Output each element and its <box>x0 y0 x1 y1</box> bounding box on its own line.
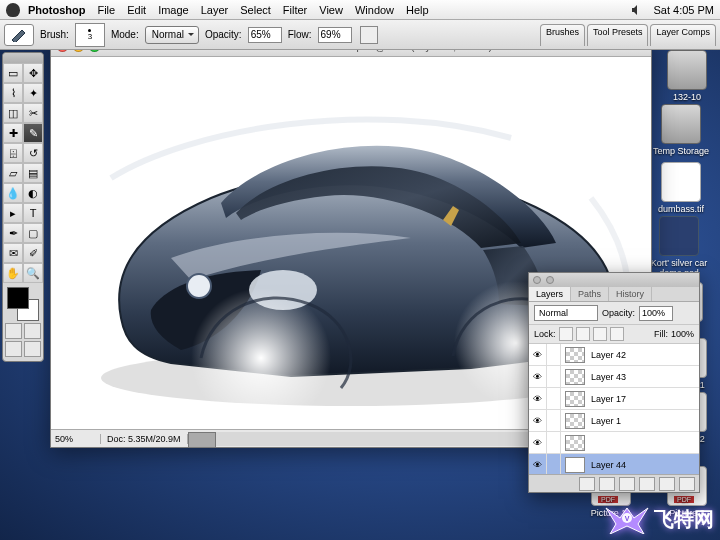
screenmode-standard-icon[interactable] <box>5 341 22 357</box>
layer-row[interactable]: 👁Layer 43 <box>529 366 699 388</box>
desktop-icon[interactable]: Kort' silver car demo.psd <box>648 216 710 278</box>
tool-crop[interactable]: ◫ <box>3 103 23 123</box>
options-bar: Brush: 3 Mode: Normal Opacity: 65% Flow:… <box>0 20 720 50</box>
layer-mask-icon[interactable] <box>599 477 615 491</box>
layer-blend-mode-dropdown[interactable]: Normal <box>534 305 598 321</box>
quickmask-icon[interactable] <box>24 323 41 339</box>
desktop-icon-label: 132-10 <box>656 92 718 102</box>
menu-view[interactable]: View <box>319 4 343 16</box>
layer-row[interactable]: 👁Layer 42 <box>529 344 699 366</box>
desktop-icon[interactable]: Temp Storage <box>650 104 712 156</box>
layer-opacity-field[interactable]: 100% <box>639 306 673 321</box>
hd-icon <box>661 104 701 144</box>
tool-stamp[interactable]: ⌹ <box>3 143 23 163</box>
tool-lasso[interactable]: ⌇ <box>3 83 23 103</box>
lock-all-icon[interactable] <box>610 327 624 341</box>
tool-brush[interactable]: ✎ <box>23 123 43 143</box>
toolbox-drag-handle[interactable] <box>3 53 43 63</box>
desktop-icon[interactable]: 132-10 <box>656 50 718 102</box>
tool-move[interactable]: ✥ <box>23 63 43 83</box>
desktop-icon[interactable]: dumbass.tif <box>650 162 712 214</box>
new-group-icon[interactable] <box>619 477 635 491</box>
tool-zoom[interactable]: 🔍 <box>23 263 43 283</box>
palette-tab-tool-presets[interactable]: Tool Presets <box>587 24 649 46</box>
visibility-icon[interactable]: 👁 <box>529 454 547 474</box>
tool-dodge[interactable]: ◐ <box>23 183 43 203</box>
lock-position-icon[interactable] <box>593 327 607 341</box>
palette-drag-handle[interactable] <box>529 273 699 287</box>
layer-opacity-label: Opacity: <box>602 308 635 318</box>
doc-size-readout[interactable]: Doc: 5.35M/20.9M <box>101 434 188 444</box>
tool-eyedrop[interactable]: ✐ <box>23 243 43 263</box>
visibility-icon[interactable]: 👁 <box>529 366 547 387</box>
menu-filter[interactable]: Filter <box>283 4 307 16</box>
new-layer-icon[interactable] <box>659 477 675 491</box>
desktop-icon-label: dumbass.tif <box>650 204 712 214</box>
app-menu[interactable]: Photoshop <box>28 4 85 16</box>
brush-label: Brush: <box>40 29 69 40</box>
visibility-icon[interactable]: 👁 <box>529 388 547 409</box>
toolbox: ▭ ✥ ⌇ ✦ ◫ ✂ ✚ ✎ ⌹ ↺ ▱ ▤ 💧 ◐ ▸ T ✒ ▢ ✉ ✐ … <box>2 52 44 362</box>
menu-select[interactable]: Select <box>240 4 271 16</box>
macos-menubar: Photoshop File Edit Image Layer Select F… <box>0 0 720 20</box>
lock-transparency-icon[interactable] <box>559 327 573 341</box>
menu-layer[interactable]: Layer <box>201 4 229 16</box>
palette-tab-paths[interactable]: Paths <box>571 287 609 301</box>
tool-heal[interactable]: ✚ <box>3 123 23 143</box>
layer-row[interactable]: 👁Layer 1 <box>529 410 699 432</box>
layer-row[interactable]: 👁 <box>529 432 699 454</box>
airbrush-icon[interactable] <box>360 26 378 44</box>
menu-edit[interactable]: Edit <box>127 4 146 16</box>
tool-pen[interactable]: ✒ <box>3 223 23 243</box>
visibility-icon[interactable]: 👁 <box>529 344 547 365</box>
layer-style-icon[interactable] <box>579 477 595 491</box>
palette-tab-history[interactable]: History <box>609 287 652 301</box>
flow-label: Flow: <box>288 29 312 40</box>
brush-preset-picker[interactable]: 3 <box>75 23 105 47</box>
adjustment-layer-icon[interactable] <box>639 477 655 491</box>
tool-wand[interactable]: ✦ <box>23 83 43 103</box>
tool-notes[interactable]: ✉ <box>3 243 23 263</box>
watermark: V 飞特网 <box>604 504 714 534</box>
standard-mode-icon[interactable] <box>5 323 22 339</box>
palette-tab-brushes[interactable]: Brushes <box>540 24 585 46</box>
delete-layer-icon[interactable] <box>679 477 695 491</box>
tool-eraser[interactable]: ▱ <box>3 163 23 183</box>
menu-help[interactable]: Help <box>406 4 429 16</box>
foreground-color[interactable] <box>7 287 29 309</box>
apple-menu-icon[interactable] <box>6 3 20 17</box>
tool-slice[interactable]: ✂ <box>23 103 43 123</box>
color-swatches[interactable] <box>7 287 39 321</box>
tool-gradient[interactable]: ▤ <box>23 163 43 183</box>
fill-field[interactable]: 100% <box>671 329 694 339</box>
screenmode-full-icon[interactable] <box>24 341 41 357</box>
palette-tab-layer-comps[interactable]: Layer Comps <box>650 24 716 46</box>
layers-palette: Layers Paths History Normal Opacity: 100… <box>528 272 700 493</box>
palette-tab-layers[interactable]: Layers <box>529 287 571 301</box>
tool-type[interactable]: T <box>23 203 43 223</box>
svg-text:V: V <box>625 515 630 522</box>
flow-field[interactable]: 69% <box>318 27 352 43</box>
tool-path[interactable]: ▸ <box>3 203 23 223</box>
zoom-field[interactable]: 50% <box>51 434 101 444</box>
layer-list: 👁Layer 42 👁Layer 43 👁Layer 17 👁Layer 1 👁… <box>529 344 699 474</box>
tool-history-brush[interactable]: ↺ <box>23 143 43 163</box>
menu-window[interactable]: Window <box>355 4 394 16</box>
menu-file[interactable]: File <box>97 4 115 16</box>
menubar-clock[interactable]: Sat 4:05 PM <box>653 4 714 16</box>
tool-shape[interactable]: ▢ <box>23 223 43 243</box>
layer-row[interactable]: 👁Layer 44 <box>529 454 699 474</box>
lock-pixels-icon[interactable] <box>576 327 590 341</box>
opacity-field[interactable]: 65% <box>248 27 282 43</box>
layer-row[interactable]: 👁Layer 17 <box>529 388 699 410</box>
tool-blur[interactable]: 💧 <box>3 183 23 203</box>
tool-hand[interactable]: ✋ <box>3 263 23 283</box>
tool-marquee[interactable]: ▭ <box>3 63 23 83</box>
menu-image[interactable]: Image <box>158 4 189 16</box>
blend-mode-dropdown[interactable]: Normal <box>145 26 199 44</box>
volume-icon[interactable] <box>631 5 643 15</box>
visibility-icon[interactable]: 👁 <box>529 410 547 431</box>
tool-preset-well[interactable] <box>4 24 34 46</box>
visibility-icon[interactable]: 👁 <box>529 432 547 453</box>
psd-icon <box>659 216 699 256</box>
